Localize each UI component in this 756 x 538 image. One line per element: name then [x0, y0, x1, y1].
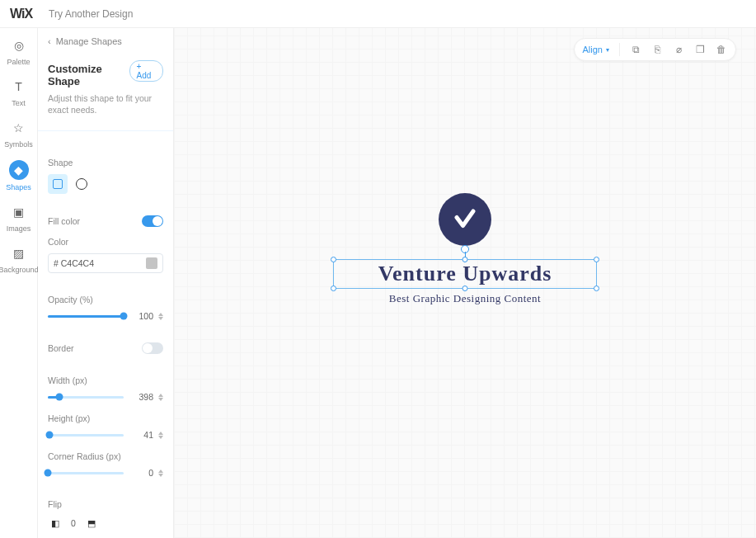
- rail-label: Images: [7, 224, 31, 233]
- images-icon: ▣: [10, 203, 28, 221]
- rail-label: Text: [12, 99, 26, 107]
- width-value: 398: [129, 392, 153, 402]
- flip-value: 0: [71, 518, 76, 528]
- palette-icon: ◎: [10, 36, 28, 54]
- corner-value: 0: [129, 468, 153, 478]
- copy-icon[interactable]: ⎘: [651, 44, 663, 55]
- wix-logo: WiX: [10, 7, 32, 21]
- corner-label: Corner Radius (px): [48, 451, 163, 461]
- lock-icon[interactable]: ⌀: [673, 44, 684, 55]
- rail-symbols[interactable]: ☆ Symbols: [2, 119, 35, 149]
- rail-background[interactable]: ▨ Background: [2, 244, 35, 274]
- rail-label: Background: [0, 266, 39, 274]
- flip-horizontal-button[interactable]: ◧: [48, 516, 63, 531]
- duplicate-icon[interactable]: ⧉: [630, 44, 641, 55]
- color-label: Color: [48, 237, 163, 247]
- opacity-slider[interactable]: [48, 315, 124, 318]
- fill-color-label: Fill color: [48, 216, 80, 226]
- selected-text-element[interactable]: Venture Upwards: [333, 259, 597, 289]
- chevron-left-icon: ‹: [48, 36, 51, 46]
- logo-preview: Venture Upwards Best Graphic Designing C…: [333, 193, 597, 305]
- opacity-stepper[interactable]: [158, 313, 163, 320]
- color-input[interactable]: # C4C4C4: [48, 253, 163, 273]
- border-toggle[interactable]: [142, 342, 163, 354]
- canvas-toolbar: Align ▾ ⧉ ⎘ ⌀ ❐ 🗑: [574, 38, 736, 61]
- checkmark-v-icon: [453, 207, 477, 232]
- rotate-handle[interactable]: [463, 245, 467, 257]
- color-value: # C4C4C4: [54, 258, 94, 268]
- rail-text[interactable]: T Text: [2, 78, 35, 107]
- rail-palette[interactable]: ◎ Palette: [2, 36, 35, 66]
- rail-label: Shapes: [6, 183, 31, 191]
- chevron-down-icon: ▾: [606, 46, 609, 54]
- flip-vertical-button[interactable]: ⬒: [84, 516, 99, 531]
- shape-circle-option[interactable]: [76, 178, 87, 190]
- fill-color-toggle[interactable]: [142, 215, 163, 227]
- rail-label: Palette: [7, 58, 30, 66]
- topbar: WiX Try Another Design: [0, 0, 756, 28]
- panel-desc: Adjust this shape to fit your exact need…: [48, 92, 163, 116]
- align-dropdown[interactable]: Align ▾: [583, 45, 609, 54]
- panel-title: Customize Shape: [48, 63, 129, 87]
- text-icon: T: [10, 78, 28, 96]
- layers-icon[interactable]: ❐: [694, 44, 706, 55]
- background-icon: ▨: [10, 244, 28, 262]
- try-another-design-link[interactable]: Try Another Design: [49, 8, 133, 20]
- resize-handle[interactable]: [463, 286, 468, 291]
- align-label: Align: [583, 45, 603, 54]
- customize-panel: ‹ Manage Shapes Customize Shape + Add Ad…: [38, 28, 174, 538]
- width-label: Width (px): [48, 375, 163, 385]
- width-slider[interactable]: [48, 396, 124, 399]
- opacity-value: 100: [129, 311, 153, 321]
- corner-slider[interactable]: [48, 472, 124, 474]
- border-label: Border: [48, 343, 74, 353]
- rail-shapes[interactable]: ◆ Shapes: [2, 160, 35, 191]
- rail-label: Symbols: [4, 140, 33, 149]
- back-label: Manage Shapes: [56, 36, 122, 46]
- resize-handle[interactable]: [594, 257, 599, 262]
- left-rail: ◎ Palette T Text ☆ Symbols ◆ Shapes ▣ Im…: [0, 28, 38, 538]
- logo-mark[interactable]: [439, 193, 491, 246]
- width-stepper[interactable]: [158, 394, 163, 401]
- canvas[interactable]: Align ▾ ⧉ ⎘ ⌀ ❐ 🗑: [174, 28, 756, 538]
- symbols-icon: ☆: [10, 119, 28, 137]
- resize-handle[interactable]: [331, 286, 336, 291]
- color-swatch: [146, 257, 157, 269]
- resize-handle[interactable]: [331, 257, 336, 262]
- height-slider[interactable]: [48, 434, 124, 437]
- shapes-icon: ◆: [9, 160, 29, 180]
- height-value: 41: [129, 430, 153, 440]
- add-shape-button[interactable]: + Add: [129, 60, 164, 82]
- flip-label: Flip: [48, 499, 163, 509]
- rail-images[interactable]: ▣ Images: [2, 203, 35, 233]
- opacity-label: Opacity (%): [48, 295, 163, 304]
- shape-square-option[interactable]: [48, 174, 68, 194]
- divider: [619, 43, 620, 56]
- height-label: Height (px): [48, 413, 163, 423]
- corner-stepper[interactable]: [158, 470, 163, 477]
- height-stepper[interactable]: [158, 432, 163, 439]
- back-manage-shapes[interactable]: ‹ Manage Shapes: [48, 36, 163, 46]
- brand-tagline[interactable]: Best Graphic Designing Content: [333, 292, 597, 305]
- brand-title: Venture Upwards: [334, 262, 596, 286]
- resize-handle[interactable]: [463, 257, 468, 262]
- delete-icon[interactable]: 🗑: [716, 44, 727, 55]
- shape-label: Shape: [48, 158, 163, 168]
- resize-handle[interactable]: [594, 286, 599, 291]
